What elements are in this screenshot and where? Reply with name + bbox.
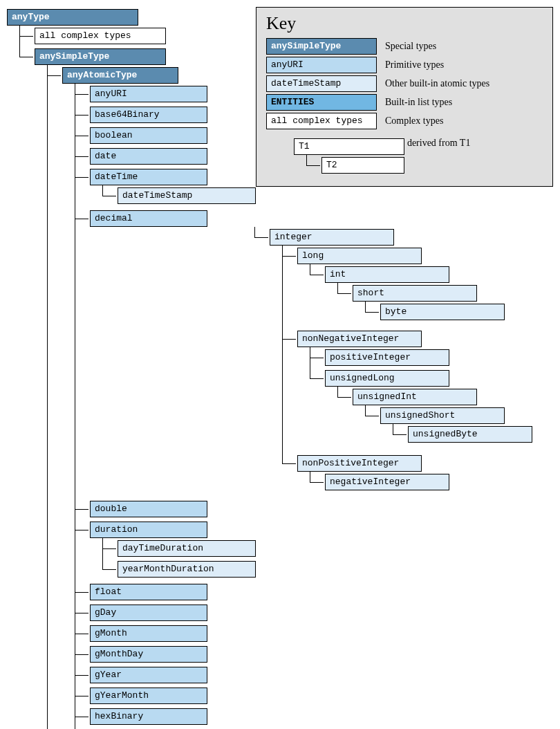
type-hierarchy-diagram: Key anySimpleType Special types anyURI P… [7, 7, 553, 729]
node-duration: duration [90, 522, 207, 538]
node-int: int [325, 266, 449, 283]
node-dateTimeStamp: dateTimeStamp [118, 187, 256, 204]
node-unsignedByte: unsignedByte [408, 426, 532, 443]
node-short: short [353, 285, 477, 302]
node-boolean: boolean [90, 127, 207, 144]
node-anySimpleType: anySimpleType [35, 48, 166, 65]
node-decimal: decimal [90, 210, 207, 227]
node-nonNegativeInteger: nonNegativeInteger [297, 331, 422, 347]
node-all-complex-types: all complex types [35, 28, 166, 44]
node-negativeInteger: negativeInteger [325, 474, 449, 490]
node-gMonthDay: gMonthDay [90, 646, 207, 663]
node-float: float [90, 584, 207, 600]
type-tree: anyType all complex types anySimpleType … [7, 7, 553, 729]
node-double: double [90, 501, 207, 517]
node-base64Binary: base64Binary [90, 107, 207, 123]
node-unsignedShort: unsignedShort [380, 407, 505, 424]
node-gMonth: gMonth [90, 625, 207, 642]
node-nonPositiveInteger: nonPositiveInteger [297, 455, 422, 472]
node-gDay: gDay [90, 605, 207, 621]
node-long: long [297, 248, 422, 264]
node-positiveInteger: positiveInteger [325, 349, 449, 366]
node-dateTime: dateTime [90, 169, 207, 185]
node-integer: integer [270, 229, 394, 246]
node-unsignedInt: unsignedInt [353, 389, 477, 405]
node-gYear: gYear [90, 667, 207, 683]
node-dayTimeDuration: dayTimeDuration [118, 540, 256, 557]
node-anyURI: anyURI [90, 86, 207, 102]
node-anyType: anyType [7, 9, 138, 26]
node-date: date [90, 148, 207, 165]
node-anyAtomicType: anyAtomicType [62, 67, 178, 84]
node-yearMonthDuration: yearMonthDuration [118, 561, 256, 578]
node-hexBinary: hexBinary [90, 708, 207, 725]
node-byte: byte [380, 304, 505, 320]
node-gYearMonth: gYearMonth [90, 688, 207, 704]
node-unsignedLong: unsignedLong [325, 370, 449, 387]
